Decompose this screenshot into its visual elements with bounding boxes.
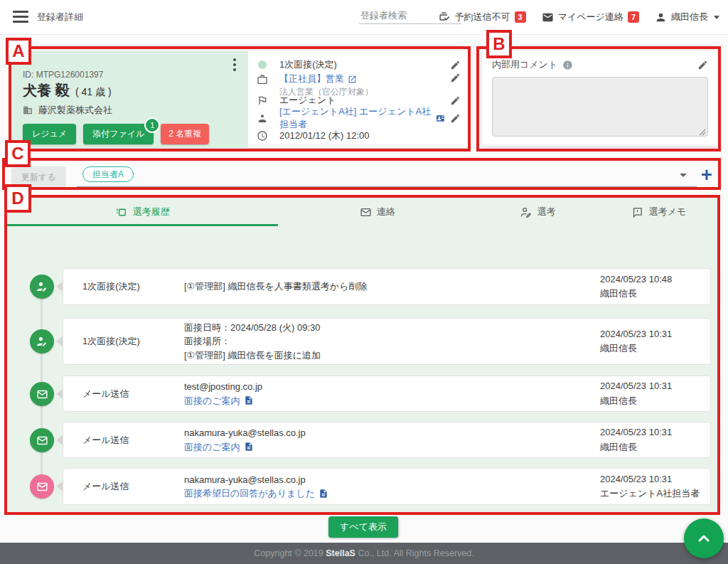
timeline-user: エージェントA社担当者 bbox=[600, 486, 710, 501]
edit-route-icon[interactable] bbox=[445, 95, 461, 106]
briefcase-icon bbox=[257, 74, 268, 85]
person-edit-icon bbox=[520, 206, 532, 218]
nav-reserve-badge: 3 bbox=[515, 11, 526, 23]
show-all-button[interactable]: すべて表示 bbox=[328, 516, 398, 538]
timeline-card: メール送信 test@jposting.co.jp 面接のご案内 2024/05… bbox=[63, 376, 711, 412]
clock-icon bbox=[257, 130, 268, 142]
brand-name: StellaS bbox=[326, 548, 355, 558]
timeline-card: メール送信 nakamura-yuka@stellas.co.jp 面接希望日の… bbox=[63, 468, 711, 505]
timeline-card: 1次面接(決定) [①管理部] 織田信長を人事書類選考から削除 2024/05/… bbox=[63, 268, 711, 305]
card-pointer bbox=[56, 282, 63, 292]
mail-detail-link[interactable]: 面接のご案内 bbox=[184, 394, 254, 408]
schedule-send-icon bbox=[439, 11, 451, 23]
tab-selection[interactable]: 選考 bbox=[477, 198, 598, 226]
candidate-name: 犬養 毅 bbox=[23, 83, 70, 98]
nav-mypage-label: マイページ連絡 bbox=[558, 11, 623, 23]
candidate-age: ( 41 歳 ) bbox=[75, 86, 112, 97]
contact-card-icon bbox=[436, 113, 445, 124]
user-menu[interactable]: 織田信長 bbox=[655, 11, 719, 23]
kebab-menu-icon[interactable] bbox=[228, 57, 241, 73]
document-icon bbox=[244, 442, 254, 452]
timeline-date: 2024/05/23 10:31 bbox=[600, 425, 710, 440]
mail-detail-link[interactable]: 面接のご案内 bbox=[184, 440, 254, 454]
nav-mypage-contact[interactable]: マイページ連絡 7 bbox=[542, 11, 639, 23]
internal-comment-title: 内部用コメント bbox=[492, 58, 557, 71]
copyright-text: Copyright © 2019 StellaS Co., Ltd. All R… bbox=[254, 548, 473, 558]
card-pointer bbox=[56, 336, 63, 346]
tab-contact[interactable]: 連絡 bbox=[278, 198, 478, 226]
tab-bar: 選考履歴 連絡 選考 選考メモ bbox=[7, 198, 719, 226]
mail-sent-icon bbox=[30, 428, 54, 452]
mail-sent-icon bbox=[30, 382, 54, 406]
timeline-user: 織田信長 bbox=[600, 394, 710, 408]
mail-detail-link[interactable]: 面接希望日の回答がありました bbox=[184, 486, 328, 501]
document-icon bbox=[244, 395, 254, 405]
card-pointer bbox=[56, 481, 63, 491]
edit-comment-icon[interactable] bbox=[692, 60, 708, 70]
tab-selection-history[interactable]: 選考履歴 bbox=[7, 198, 278, 226]
person-icon bbox=[655, 11, 667, 23]
interview-icon bbox=[30, 329, 54, 353]
flag-icon bbox=[257, 95, 268, 106]
edit-job-icon[interactable] bbox=[445, 73, 461, 83]
external-link-icon bbox=[348, 75, 357, 84]
agent-link[interactable]: [エージェントA社] エージェントA社担当者 bbox=[279, 105, 445, 131]
assignee-chip[interactable]: 担当者A bbox=[82, 166, 134, 182]
candidate-card: ID: MTPG126001397 犬養 毅 ( 41 歳 ) 藤沢製薬株式会社… bbox=[11, 51, 469, 148]
tab-selection-memo[interactable]: 選考メモ bbox=[599, 198, 719, 226]
timeline-date: 2024/05/23 10:31 bbox=[600, 379, 710, 393]
nav-mypage-badge: 7 bbox=[628, 11, 639, 23]
memo-bubble-icon bbox=[631, 206, 643, 218]
candidate-company: 藤沢製薬株式会社 bbox=[38, 104, 112, 117]
info-icon[interactable] bbox=[562, 60, 573, 70]
page-title: 登録者詳細 bbox=[37, 11, 83, 23]
interview-icon bbox=[30, 275, 54, 299]
timeline-text: [①管理部] 織田信長を人事書類選考から削除 bbox=[184, 281, 367, 292]
scroll-top-button[interactable] bbox=[684, 518, 724, 558]
mail-received-icon bbox=[30, 474, 54, 499]
timeline-email: nakamura-yuka@stellas.co.jp bbox=[184, 473, 600, 487]
timeline-user: 織田信長 bbox=[600, 287, 710, 301]
selection-panel: 選考履歴 連絡 選考 選考メモ bbox=[7, 198, 719, 514]
building-icon bbox=[23, 105, 33, 115]
attachment-count-badge: 1 bbox=[144, 117, 160, 133]
mail-outline-icon bbox=[360, 206, 372, 218]
select-caret-icon bbox=[680, 174, 687, 177]
edit-agent-icon[interactable] bbox=[445, 113, 461, 124]
duplicate-button[interactable]: 2 名重複 bbox=[161, 124, 209, 144]
menu-icon[interactable] bbox=[13, 11, 28, 23]
candidate-summary: ID: MTPG126001397 犬養 毅 ( 41 歳 ) 藤沢製薬株式会社… bbox=[11, 51, 248, 148]
timeline-email: test@jposting.co.jp bbox=[184, 380, 600, 394]
timeline-date: 2024/05/23 10:31 bbox=[600, 472, 710, 486]
timeline-date: 2024/05/23 10:31 bbox=[600, 327, 710, 341]
status-dot-icon bbox=[258, 60, 267, 69]
update-button[interactable]: 更新する bbox=[11, 166, 66, 188]
timeline-user: 織田信長 bbox=[600, 440, 710, 454]
job-link[interactable]: 【正社員】営業 bbox=[279, 73, 357, 85]
internal-comment-card: 内部用コメント bbox=[482, 51, 718, 147]
internal-comment-textarea[interactable] bbox=[492, 77, 708, 137]
edit-step-icon[interactable] bbox=[445, 60, 461, 70]
top-bar: 登録者詳細 予約送信不可 3 マイページ連絡 7 織田信長 bbox=[0, 0, 728, 35]
timeline-card: メール送信 nakamura-yuka@stellas.co.jp 面接のご案内… bbox=[63, 422, 711, 458]
status-agent-row: [エージェントA社] エージェントA社担当者 bbox=[257, 108, 461, 128]
assignee-select[interactable]: 担当者A bbox=[77, 164, 697, 187]
attachment-button[interactable]: 添付ファイル1 bbox=[83, 124, 154, 144]
resume-button[interactable]: レジュメ bbox=[23, 124, 76, 144]
status-step: 1次面接(決定) bbox=[279, 58, 445, 71]
mail-icon bbox=[542, 11, 554, 23]
timeline-email: nakamura-yuka@stellas.co.jp bbox=[184, 426, 600, 440]
card-pointer bbox=[56, 435, 63, 445]
candidate-id: ID: MTPG126001397 bbox=[23, 70, 238, 80]
registrant-detail-page: 登録者詳細 予約送信不可 3 マイページ連絡 7 織田信長 bbox=[0, 0, 728, 564]
nav-reserve-undeliverable[interactable]: 予約送信不可 3 bbox=[439, 11, 526, 23]
status-datetime-row: 2012/01/12 (木) 12:00 bbox=[257, 128, 461, 144]
agent-person-icon bbox=[257, 112, 268, 124]
timeline-text: 面接場所： bbox=[184, 334, 600, 348]
add-assignee-button[interactable]: + bbox=[701, 162, 712, 188]
timeline-text: [①管理部] 織田信長を面接に追加 bbox=[184, 348, 600, 363]
footer: Copyright © 2019 StellaS Co., Ltd. All R… bbox=[0, 543, 728, 564]
timeline-text: 面接日時：2024/05/28 (火) 09:30 bbox=[184, 321, 600, 335]
nav-reserve-label: 予約送信不可 bbox=[455, 11, 510, 23]
card-pointer bbox=[56, 389, 63, 399]
